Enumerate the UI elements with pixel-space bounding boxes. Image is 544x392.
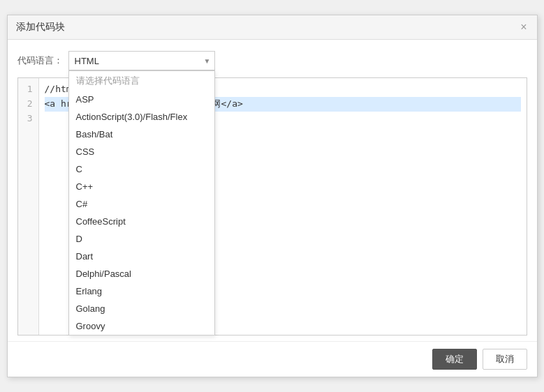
dropdown-item[interactable]: CSS — [69, 143, 214, 160]
dropdown-item[interactable]: C# — [69, 195, 214, 213]
confirm-button[interactable]: 确定 — [432, 349, 477, 370]
dropdown-item[interactable]: Groovy — [69, 317, 214, 335]
dropdown-item[interactable]: Bash/Bat — [69, 126, 214, 143]
dialog-footer: 确定 取消 — [8, 341, 537, 377]
dialog-title: 添加代码块 — [16, 21, 65, 33]
line-numbers: 123 — [18, 78, 39, 335]
dropdown-item[interactable]: Erlang — [69, 282, 214, 300]
language-dropdown[interactable]: 请选择代码语言ASPActionScript(3.0)/Flash/FlexBa… — [68, 70, 215, 336]
line-number: 2 — [24, 97, 33, 112]
cancel-button[interactable]: 取消 — [483, 349, 527, 370]
language-select[interactable]: HTML — [68, 51, 215, 70]
line-number: 1 — [24, 82, 33, 97]
close-button[interactable]: × — [519, 22, 528, 33]
dialog: 添加代码块 × 代码语言： HTML ▼ 请选择代码语言ASPActionScr… — [7, 15, 538, 377]
dropdown-item[interactable]: C++ — [69, 178, 214, 195]
dialog-body: 代码语言： HTML ▼ 请选择代码语言ASPActionScript(3.0)… — [8, 40, 537, 341]
dropdown-item[interactable]: HTML — [69, 335, 214, 336]
dropdown-item[interactable]: Golang — [69, 300, 214, 317]
dropdown-item[interactable]: C — [69, 160, 214, 178]
language-field-row: 代码语言： HTML ▼ 请选择代码语言ASPActionScript(3.0)… — [17, 51, 527, 70]
dropdown-item[interactable]: CoffeeScript — [69, 213, 214, 230]
language-label: 代码语言： — [17, 54, 63, 67]
dropdown-item[interactable]: D — [69, 230, 214, 248]
language-select-wrapper: HTML ▼ 请选择代码语言ASPActionScript(3.0)/Flash… — [68, 51, 215, 70]
dropdown-item[interactable]: ActionScript(3.0)/Flash/Flex — [69, 108, 214, 126]
dropdown-item[interactable]: ASP — [69, 91, 214, 108]
dialog-header: 添加代码块 × — [8, 15, 537, 40]
dropdown-item[interactable]: 请选择代码语言 — [69, 71, 214, 91]
line-number: 3 — [24, 112, 33, 126]
dropdown-item[interactable]: Dart — [69, 248, 214, 265]
dropdown-item[interactable]: Delphi/Pascal — [69, 265, 214, 282]
